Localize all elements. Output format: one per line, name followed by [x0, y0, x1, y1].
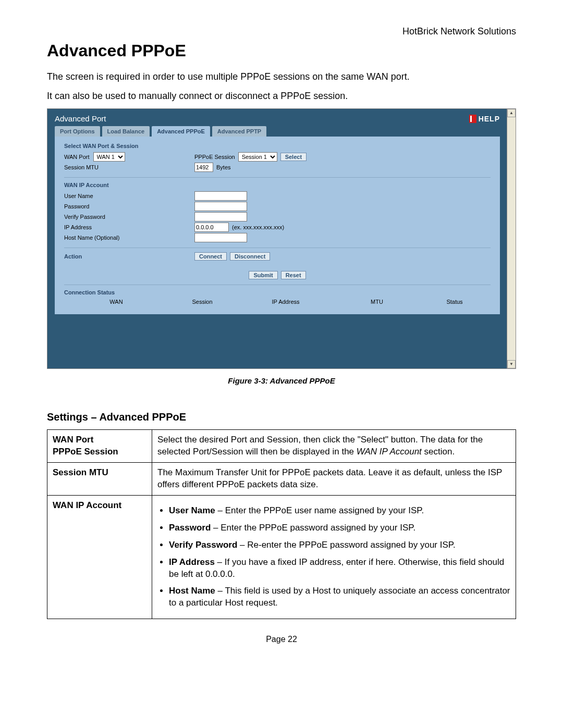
page-number: Page 22	[47, 635, 516, 644]
bullet-user-name: User Name – Enter the PPPoE user name as…	[169, 505, 510, 517]
r1-val-b: WAN IP Account	[357, 447, 422, 456]
host-name-label: Host Name (Optional)	[64, 235, 194, 241]
panel-title: Advanced Port	[55, 114, 106, 123]
verify-password-label: Verify Password	[64, 214, 194, 220]
bullet-host-name: Host Name – This field is used by a Host…	[169, 585, 510, 609]
connection-status-label: Connection Status	[64, 289, 491, 295]
help-link[interactable]: HELP	[469, 115, 500, 123]
action-label: Action	[64, 253, 194, 260]
col-session: Session	[168, 299, 236, 305]
wan-port-label: WAN Port	[64, 154, 90, 160]
user-name-input[interactable]	[194, 191, 247, 201]
r1-key-line2: PPPoE Session	[53, 447, 118, 456]
r1-val-c: section.	[422, 447, 455, 456]
host-name-input[interactable]	[194, 233, 247, 242]
r3-key: WAN IP Account	[47, 495, 152, 619]
pppoe-session-select[interactable]: Session 1	[238, 152, 277, 162]
password-label: Password	[64, 203, 194, 209]
connect-button[interactable]: Connect	[194, 252, 227, 261]
col-ip: IP Address	[236, 299, 335, 305]
settings-table: WAN Port PPPoE Session Select the desire…	[47, 429, 516, 619]
tab-advanced-pptp[interactable]: Advanced PPTP	[212, 126, 266, 137]
bullet-password: Password – Enter the PPPoE password assi…	[169, 522, 510, 534]
col-status: Status	[419, 299, 491, 305]
help-label: HELP	[479, 115, 500, 123]
mtu-unit: Bytes	[216, 164, 231, 170]
r2-key: Session MTU	[47, 462, 152, 495]
user-name-label: User Name	[64, 193, 194, 199]
ip-address-label: IP Address	[64, 224, 194, 230]
figure-caption: Figure 3-3: Advanced PPPoE	[47, 376, 516, 385]
screenshot-figure: Advanced Port HELP Port Options Load Bal…	[47, 108, 516, 369]
bullet-ip-address: IP Address – If you have a fixed IP addr…	[169, 557, 510, 581]
ip-address-input[interactable]	[194, 223, 229, 232]
col-wan: WAN	[64, 299, 168, 305]
company-header: HotBrick Network Solutions	[47, 26, 516, 37]
settings-heading: Settings – Advanced PPPoE	[47, 411, 516, 423]
pppoe-session-label: PPPoE Session	[194, 154, 235, 160]
scroll-up-icon[interactable]: ▲	[507, 109, 516, 117]
r1-key-line1: WAN Port	[53, 435, 93, 445]
tab-advanced-pppoe[interactable]: Advanced PPPoE	[152, 126, 210, 137]
ip-address-hint: (ex. xxx.xxx.xxx.xxx)	[232, 224, 284, 230]
scrollbar[interactable]: ▲ ▼	[507, 109, 516, 368]
select-button[interactable]: Select	[280, 153, 307, 161]
password-input[interactable]	[194, 202, 247, 211]
col-mtu: MTU	[335, 299, 419, 305]
scroll-down-icon[interactable]: ▼	[507, 360, 516, 368]
r2-val: The Maximum Transfer Unit for PPPoE pack…	[152, 462, 516, 495]
tab-load-balance[interactable]: Load Balance	[102, 126, 150, 137]
intro-line-2: It can also be used to manually connect …	[47, 89, 516, 103]
section-select-wan-port: Select WAN Port & Session	[64, 143, 491, 149]
verify-password-input[interactable]	[194, 212, 247, 221]
tab-port-options[interactable]: Port Options	[55, 126, 100, 137]
session-mtu-input[interactable]	[194, 163, 213, 172]
section-wan-ip-account: WAN IP Account	[64, 182, 491, 188]
wan-port-select[interactable]: WAN 1	[93, 152, 125, 162]
bullet-verify-password: Verify Password – Re-enter the PPPoE pas…	[169, 539, 510, 551]
reset-button[interactable]: Reset	[281, 271, 306, 279]
intro-line-1: The screen is required in order to use m…	[47, 70, 516, 84]
session-mtu-label: Session MTU	[64, 164, 194, 170]
help-icon	[469, 115, 476, 123]
page-title: Advanced PPPoE	[47, 41, 516, 60]
disconnect-button[interactable]: Disconnect	[230, 252, 270, 261]
submit-button[interactable]: Submit	[249, 271, 277, 279]
